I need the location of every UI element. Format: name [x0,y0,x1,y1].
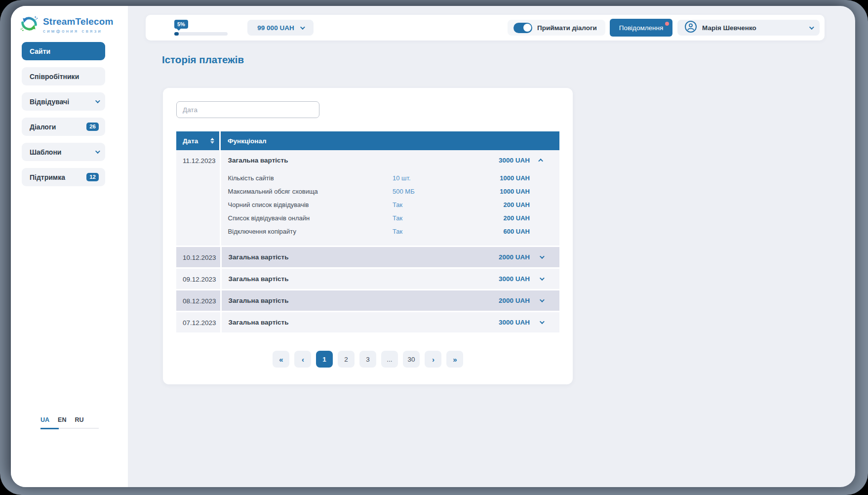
row-content: Загальна вартість2000 UAH [222,290,559,311]
row-total-line[interactable]: Загальна вартість3000 UAH [222,312,559,332]
pagination-first[interactable]: « [273,351,289,368]
table-row: 11.12.2023Загальна вартість3000 UAHКільк… [176,150,559,246]
payments-card: Дата Функціонал 11.12.2023Загальна варті… [163,88,573,384]
balance-progress: 5% [174,20,230,36]
chevron-down-icon [539,276,544,281]
row-detail-line: Чорний список відвідувачівТак200 UAH [228,198,552,211]
row-detail-line: Відключення копірайтуТак600 UAH [228,225,552,238]
row-expand-chevron[interactable] [530,159,552,162]
streamtelecom-logo-icon [20,14,39,35]
accept-dialogs-control: Приймати діалоги [508,20,605,36]
detail-amount: 600 UAH [475,228,530,235]
detail-label: Кількість сайтів [228,174,393,182]
row-date: 11.12.2023 [176,150,221,246]
pagination-page-3[interactable]: 3 [359,351,376,368]
pagination-page-30[interactable]: 30 [403,351,420,368]
notifications-label: Повідомлення [619,24,664,32]
payments-table: Дата Функціонал 11.12.2023Загальна варті… [176,131,559,332]
progress-fill [174,32,179,36]
pagination-ellipsis: ... [381,351,398,368]
row-detail-line: Кількість сайтів10 шт.1000 UAH [228,171,552,185]
pagination-page-1[interactable]: 1 [316,351,333,368]
detail-value: Так [393,214,475,222]
detail-label: Відключення копірайту [228,228,393,235]
row-content: Загальна вартість3000 UAH [222,312,559,332]
row-date: 10.12.2023 [176,247,222,267]
unread-dot [665,22,669,26]
row-expand-chevron[interactable] [530,321,552,324]
count-badge: 26 [86,123,99,131]
detail-amount: 200 UAH [475,214,530,222]
sidebar-item-label: Співробітники [30,73,99,81]
detail-label: Список відвідувачів онлайн [228,214,393,222]
chevron-down-icon [95,149,100,154]
table-row: 09.12.2023Загальна вартість3000 UAH [176,267,559,289]
row-expand-chevron[interactable] [530,277,552,281]
sidebar: StreamTelecom симфония связи СайтиСпівро… [11,6,128,487]
count-badge: 12 [86,173,99,182]
chevron-up-icon [538,159,543,164]
pagination-page-2[interactable]: 2 [338,351,355,368]
detail-amount: 1000 UAH [475,174,530,182]
page-title: Історія платежів [162,54,244,66]
row-expand-chevron[interactable] [530,255,552,259]
row-content: Загальна вартість3000 UAH [222,269,559,289]
language-ua[interactable]: UA [40,416,49,423]
column-functional-label: Функціонал [228,137,266,145]
row-total-line[interactable]: Загальна вартість2000 UAH [222,290,559,311]
row-total-line[interactable]: Загальна вартість3000 UAH [221,150,559,170]
detail-value: Так [393,228,475,235]
row-content: Загальна вартість2000 UAH [222,247,559,267]
notifications-button[interactable]: Повідомлення [610,19,672,37]
row-content: Загальна вартість3000 UAHКількість сайті… [221,150,559,246]
pagination-prev[interactable]: ‹ [294,351,311,368]
row-total-amount: 3000 UAH [401,157,530,164]
date-filter-input[interactable] [176,101,319,118]
detail-value: Так [393,201,475,208]
row-total-label: Загальна вартість [229,275,401,283]
sidebar-item-sites[interactable]: Сайти [22,42,105,60]
user-name: Марія Шевченко [702,24,756,32]
language-en[interactable]: EN [58,416,66,423]
row-total-label: Загальна вартість [229,297,401,304]
sidebar-item-visitors[interactable]: Відвідувачі [22,92,105,111]
balance-dropdown[interactable]: 99 000 UAH [247,20,314,36]
sidebar-item-label: Відвідувачі [30,98,95,106]
row-date: 07.12.2023 [176,312,222,332]
chevron-down-icon [809,25,814,30]
detail-label: Максимальний обсяг сховища [228,188,393,195]
detail-value: 500 МБ [393,188,475,195]
column-date-label: Дата [183,137,198,145]
topbar: 5% 99 000 UAH Приймати діалоги Повідомле… [146,15,825,41]
accept-dialogs-toggle[interactable] [513,23,532,33]
sidebar-item-employees[interactable]: Співробітники [22,67,105,85]
sidebar-item-label: Сайти [30,47,99,55]
row-detail-line: Список відвідувачів онлайнТак200 UAH [228,211,552,225]
sidebar-item-label: Шаблони [30,148,95,156]
row-total-line[interactable]: Загальна вартість3000 UAH [222,269,559,289]
row-expand-chevron[interactable] [530,299,552,302]
pagination-last[interactable]: » [446,351,463,368]
sidebar-item-templates[interactable]: Шаблони [22,143,105,161]
table-header: Дата Функціонал [176,131,559,150]
pagination: «‹123...30›» [176,351,559,368]
language-switcher: UAENRU [40,416,100,429]
brand-name: StreamTelecom [43,16,114,27]
row-total-label: Загальна вартість [229,253,401,261]
user-menu[interactable]: Марія Шевченко [677,20,820,36]
language-underline-active [40,428,59,429]
pagination-next[interactable]: › [425,351,441,368]
language-ru[interactable]: RU [75,416,83,423]
sidebar-item-support[interactable]: Підтримка12 [22,168,105,186]
detail-label: Чорний список відвідувачів [228,201,393,208]
row-total-line[interactable]: Загальна вартість2000 UAH [222,247,559,267]
row-detail-line: Максимальний обсяг сховища500 МБ1000 UAH [228,185,552,198]
sort-icon [210,138,214,144]
row-total-amount: 3000 UAH [401,275,530,283]
detail-value: 10 шт. [393,174,475,182]
column-header-date[interactable]: Дата [176,131,221,150]
sidebar-item-dialogs[interactable]: Діалоги26 [22,118,105,136]
column-header-functional: Функціонал [221,131,559,150]
row-total-label: Загальна вартість [228,157,401,164]
sidebar-item-label: Підтримка [30,173,86,181]
